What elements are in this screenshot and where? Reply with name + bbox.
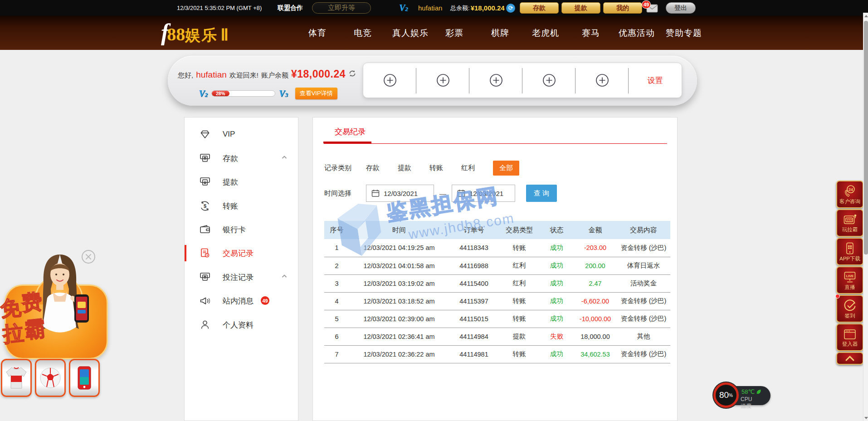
filter-option-all[interactable]: 全部 — [493, 161, 519, 176]
plus-circle-icon — [542, 73, 556, 88]
nav-item-lottery[interactable]: 彩票 — [445, 16, 463, 50]
sidebar-item-bet-records[interactable]: 投注记录 — [185, 268, 298, 287]
quick-action-panel: 设置 — [363, 63, 682, 98]
vip-progress-row: V2 28% V3 查看VIP详情 — [199, 88, 337, 99]
launcher-button[interactable]: 登入器 — [836, 323, 863, 351]
tab-transaction-records[interactable]: 交易纪录 — [335, 127, 366, 137]
date-to-input[interactable]: 12/03/2021 — [452, 185, 515, 202]
app-download-button[interactable]: APP下载 — [836, 238, 863, 265]
vip-next-badge: V3 — [279, 88, 288, 99]
nav-item-horse-racing[interactable]: 赛马 — [582, 16, 600, 50]
date-range-separator: — — [439, 190, 446, 197]
megaphone-icon — [199, 295, 211, 307]
table-row: 412/03/2021 03:18:52 am 44115397转账 成功-6,… — [324, 292, 670, 310]
check-in-button[interactable]: 签到 — [836, 295, 863, 323]
svg-text:24: 24 — [848, 187, 853, 191]
quick-add-button-3[interactable] — [469, 63, 522, 98]
vip-level-icon: V2 — [399, 0, 408, 16]
plus-circle-icon — [595, 73, 610, 88]
logo-text: 娱乐 — [185, 25, 218, 46]
cpu-temperature-label: CPU温度 — [741, 396, 752, 410]
sidebar-item-transfer[interactable]: $ 转账 — [185, 196, 298, 215]
svg-text:LIVE: LIVE — [846, 274, 854, 278]
withdraw-machine-icon — [199, 176, 211, 188]
vip-detail-button[interactable]: 查看VIP详情 — [295, 88, 337, 99]
server-datetime: 12/3/2021 5:35:02 PM (GMT +8) — [177, 0, 262, 16]
check-in-alert-dot — [835, 294, 840, 299]
transaction-table: 序号时间 订单号交易类型 状态金额 交易内容 112/03/2021 04:19… — [324, 221, 670, 363]
welcome-refresh-icon[interactable] — [348, 69, 356, 79]
browser-window-icon — [843, 328, 857, 341]
filter-option-bonus[interactable]: 红利 — [461, 164, 475, 172]
nav-item-slots[interactable]: 老虎机 — [532, 16, 559, 50]
site-logo[interactable]: f 88 娱乐 Ⅱ — [161, 21, 229, 46]
bet-record-icon — [199, 271, 211, 283]
date-from-input[interactable]: 12/03/2021 — [366, 185, 434, 202]
quick-add-button-5[interactable] — [575, 63, 629, 98]
filter-option-withdraw[interactable]: 提款 — [398, 164, 411, 172]
scrollbar-up-arrow[interactable] — [863, 13, 868, 19]
person-icon — [199, 319, 211, 331]
filter-option-transfer[interactable]: 转账 — [429, 164, 443, 172]
quick-add-button-2[interactable] — [416, 63, 469, 98]
floating-sidebar: 24 客户咨询 777 玩拉霸 APP下载 — [836, 181, 863, 365]
greeting-prefix: 您好, — [178, 71, 193, 80]
sidebar-item-vip[interactable]: VIP — [185, 125, 298, 144]
sidebar-item-withdraw[interactable]: 提款 — [185, 172, 298, 191]
upgrade-button-wrap: 立即升等 — [312, 0, 371, 16]
sidebar-item-transactions[interactable]: 交易记录 — [185, 244, 298, 263]
record-type-filter: 记录类别 存款 提款 转账 红利 全部 — [324, 161, 519, 175]
leaf-icon — [756, 389, 761, 395]
svg-text:777: 777 — [847, 218, 852, 221]
chevron-up-icon — [281, 154, 288, 163]
cpu-temperature: 58℃ — [741, 388, 761, 395]
time-select-row: 时间选择 12/03/2021 — 12/03/2021 查 询 — [324, 185, 557, 202]
sidebar-item-profile[interactable]: 个人资料 — [185, 315, 298, 334]
quick-add-button-4[interactable] — [522, 63, 575, 98]
nav-item-esports[interactable]: 电竞 — [354, 16, 372, 50]
welcome-username: hufatian — [196, 70, 227, 80]
query-button[interactable]: 查 询 — [526, 185, 557, 202]
quick-add-button-1[interactable] — [363, 63, 416, 98]
mail-count-badge: 49 — [642, 0, 651, 9]
page: 12/3/2021 5:35:02 PM (GMT +8) 联盟合作 立即升等 … — [0, 0, 868, 421]
nav-item-promotions[interactable]: 优惠活动 — [619, 16, 655, 50]
check-circle-icon — [843, 299, 857, 313]
nav-item-chess[interactable]: 棋牌 — [491, 16, 509, 50]
collapse-stack-button[interactable] — [836, 352, 863, 365]
balance-refresh-icon[interactable]: ⟳ — [506, 0, 515, 16]
play-slots-button[interactable]: 777 玩拉霸 — [836, 209, 863, 237]
sidebar-item-deposit[interactable]: 存款 — [185, 149, 298, 168]
promo-banner[interactable]: 免 费 拉 霸 — [0, 247, 122, 404]
topbar-username: hufatian — [418, 0, 442, 16]
cpu-usage-gauge: 80% — [713, 382, 739, 408]
deposit-button[interactable]: 存款 — [520, 2, 559, 14]
sidebar-item-messages[interactable]: 站内消息 49 — [185, 291, 298, 310]
upgrade-button[interactable]: 立即升等 — [312, 2, 371, 14]
mine-button[interactable]: 我的 — [603, 2, 642, 14]
settings-button[interactable]: 设置 — [629, 63, 682, 98]
plus-circle-icon — [436, 73, 450, 88]
vip-progress-text: 28% — [216, 91, 225, 96]
greeting-mid: 欢迎回来! — [229, 71, 258, 80]
vip-progress-track: 28% — [211, 90, 275, 97]
logout-button[interactable]: 登出 — [666, 2, 696, 14]
nav-item-sports[interactable]: 体育 — [308, 16, 327, 50]
nav-item-sponsor[interactable]: 赞助专题 — [666, 16, 702, 50]
filter-option-deposit[interactable]: 存款 — [366, 164, 380, 172]
scrollbar-thumb[interactable] — [864, 21, 868, 255]
time-select-label: 时间选择 — [324, 189, 366, 198]
sidebar-item-bankcard[interactable]: 银行卡 — [185, 220, 298, 239]
prize-phone — [69, 359, 100, 397]
mail-icon[interactable]: 49 — [646, 4, 658, 13]
withdraw-button[interactable]: 提款 — [561, 2, 600, 14]
live-stream-button[interactable]: LIVE 直播 — [836, 266, 863, 294]
customer-service-button[interactable]: 24 客户咨询 — [836, 181, 863, 208]
live-monitor-icon: LIVE — [843, 270, 857, 284]
nav-item-live-casino[interactable]: 真人娱乐 — [392, 16, 429, 50]
page-scrollbar[interactable] — [863, 13, 868, 421]
scrollbar-down-arrow[interactable] — [863, 415, 868, 421]
alliance-link[interactable]: 联盟合作 — [278, 0, 303, 16]
transfer-circular-arrows-icon: $ — [199, 200, 211, 212]
promo-prize-reels — [1, 359, 101, 397]
